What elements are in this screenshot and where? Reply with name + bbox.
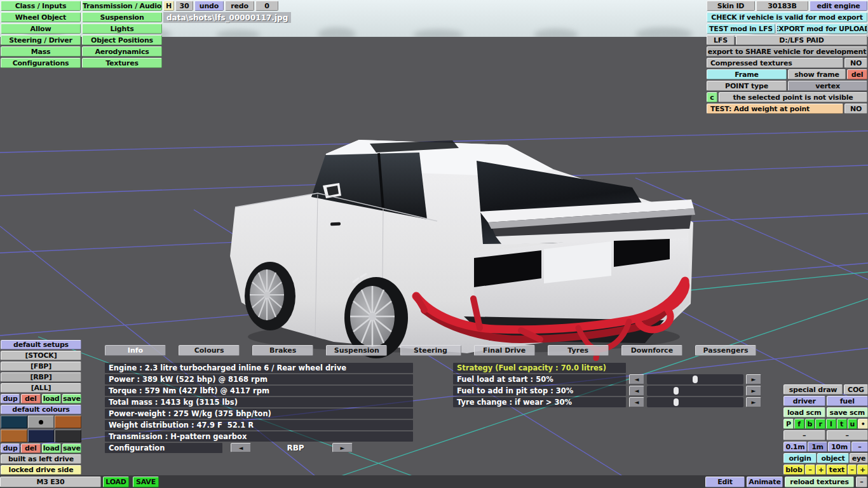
setup-stock[interactable]: [STOCK] (1, 351, 81, 360)
fuel-load-increase-button[interactable]: ► (746, 374, 761, 384)
setup-save-button[interactable]: save (62, 394, 81, 403)
setup-dup-button[interactable]: dup (1, 394, 20, 403)
colour-del-button[interactable]: del (21, 444, 40, 453)
setup-all[interactable]: [ALL] (1, 383, 81, 393)
colour-save-button[interactable]: save (62, 444, 81, 453)
dash-button-1[interactable]: – (783, 430, 825, 440)
origin-button[interactable]: origin (783, 453, 817, 463)
redo-button[interactable]: redo (225, 1, 254, 11)
tab-suspension[interactable]: Suspension (326, 345, 387, 356)
toggle-t-button[interactable]: t (837, 419, 847, 429)
configuration-next-button[interactable]: ► (332, 443, 353, 452)
toggle-b-button[interactable]: b (805, 419, 815, 429)
pit-fuel-decrease-button[interactable]: ◄ (629, 386, 644, 396)
toggle-u-button[interactable]: u (848, 419, 858, 429)
scale-0-1m-button[interactable]: 0.1m (783, 442, 807, 452)
special-draw-button[interactable]: special draw (783, 384, 843, 395)
reload-dash-button[interactable]: – (856, 477, 867, 487)
cog-button[interactable]: COG (844, 384, 868, 395)
colour-swatch-5[interactable] (28, 430, 55, 442)
tab-info[interactable]: Info (105, 345, 166, 356)
blob-minus-button[interactable]: – (805, 464, 815, 475)
dot-toggle-button[interactable]: • (858, 419, 868, 429)
menu-class-inputs[interactable]: Class / Inputs (1, 1, 81, 11)
scale-1m-button[interactable]: 1m (808, 442, 827, 452)
built-as-left-drive-label[interactable]: built as left drive (1, 454, 81, 464)
menu-allow[interactable]: Allow (1, 24, 81, 34)
skin-id-value[interactable]: 30183B (756, 1, 808, 11)
menu-textures[interactable]: Textures (82, 58, 162, 68)
tab-downforce[interactable]: Downforce (621, 345, 682, 356)
dash-button-2[interactable]: – (827, 430, 868, 440)
save-scm-button[interactable]: save scm (827, 407, 868, 417)
pit-fuel-slider-thumb[interactable] (674, 387, 679, 395)
tyre-change-decrease-button[interactable]: ◄ (629, 397, 644, 407)
menu-aerodynamics[interactable]: Aerodynamics (82, 46, 162, 57)
show-frame-button[interactable]: show frame (788, 69, 846, 79)
frame-count[interactable]: 30 (175, 1, 193, 11)
tab-steering[interactable]: Steering (400, 345, 461, 356)
fuel-button[interactable]: fuel (827, 396, 868, 406)
toggle-l-button[interactable]: l (826, 419, 836, 429)
menu-object-positions[interactable]: Object Positions (82, 35, 162, 45)
text-button[interactable]: text (827, 464, 847, 475)
fuel-load-decrease-button[interactable]: ◄ (629, 374, 644, 384)
load-scm-button[interactable]: load scm (783, 407, 825, 417)
share-vehicle-button[interactable]: export to SHARE vehicle for development (707, 46, 867, 57)
tab-brakes[interactable]: Brakes (252, 345, 313, 356)
export-mod-button[interactable]: EXPORT mod for UPLOAD (776, 24, 867, 34)
point-type-label[interactable]: POINT type (707, 81, 787, 91)
menu-wheel-object[interactable]: Wheel Object (1, 12, 81, 22)
undo-button[interactable]: undo (194, 1, 224, 11)
frame-del-button[interactable]: del (847, 69, 867, 79)
h-toggle-button[interactable]: H (163, 1, 174, 11)
menu-configurations[interactable]: Configurations (1, 58, 81, 68)
default-setups-title[interactable]: default setups (1, 340, 81, 349)
vehicle-3d-model[interactable] (222, 126, 699, 361)
menu-mass[interactable]: Mass (1, 46, 81, 57)
driver-button[interactable]: driver (783, 396, 825, 406)
tyre-change-slider[interactable] (647, 397, 743, 407)
check-vehicle-button[interactable]: CHECK if vehicle is valid for mod export (707, 12, 867, 22)
tab-colours[interactable]: Colours (179, 345, 240, 356)
setup-load-button[interactable]: load (42, 394, 61, 403)
save-vehicle-button[interactable]: SAVE (133, 477, 159, 487)
locked-drive-side-label[interactable]: locked drive side (1, 465, 81, 475)
menu-suspension[interactable]: Suspension (82, 12, 162, 22)
test-mod-button[interactable]: TEST mod in LFS (707, 24, 775, 34)
vehicle-name[interactable]: M3 E30 (0, 477, 101, 487)
blob-plus-button[interactable]: + (816, 464, 826, 475)
text-plus-button[interactable]: + (857, 464, 868, 475)
load-vehicle-button[interactable]: LOAD (103, 477, 129, 487)
edit-button[interactable]: Edit (705, 477, 745, 487)
skin-id-label[interactable]: Skin ID (707, 1, 755, 11)
colour-swatch-6[interactable] (55, 430, 81, 442)
blob-button[interactable]: blob (783, 464, 804, 475)
tyre-change-slider-thumb[interactable] (674, 398, 679, 406)
setup-rbp[interactable]: [RBP] (1, 372, 81, 382)
lfs-path-button[interactable]: D:/LFS PAID (736, 35, 867, 45)
c-button[interactable]: c (707, 92, 717, 102)
pit-fuel-slider[interactable] (647, 386, 743, 396)
tyre-change-increase-button[interactable]: ► (746, 397, 761, 407)
history-count[interactable]: 0 (255, 1, 278, 11)
lfs-button[interactable]: LFS (707, 35, 735, 45)
test-weight-toggle[interactable]: NO (844, 104, 867, 114)
fuel-load-slider-thumb[interactable] (693, 376, 698, 383)
colour-swatch-3[interactable] (55, 416, 81, 428)
fuel-load-slider[interactable] (647, 374, 743, 384)
point-type-value[interactable]: vertex (788, 81, 867, 91)
colour-swatch-2[interactable] (28, 416, 55, 428)
reload-textures-button[interactable]: reload textures (785, 477, 854, 487)
colour-load-button[interactable]: load (42, 444, 61, 453)
tab-tyres[interactable]: Tyres (548, 345, 609, 356)
test-weight-label[interactable]: TEST: Add weight at point (707, 104, 843, 114)
menu-transmission-audio[interactable]: Transmission / Audio (82, 1, 162, 11)
colour-swatch-4[interactable] (1, 430, 27, 442)
toggle-p-button[interactable]: P (783, 419, 794, 429)
edit-engine-button[interactable]: edit engine (810, 1, 867, 11)
frame-button[interactable]: Frame (707, 69, 787, 79)
compressed-textures-label[interactable]: Compressed textures (707, 58, 843, 68)
configuration-prev-button[interactable]: ◄ (231, 443, 251, 452)
default-colours-title[interactable]: default colours (1, 405, 81, 414)
